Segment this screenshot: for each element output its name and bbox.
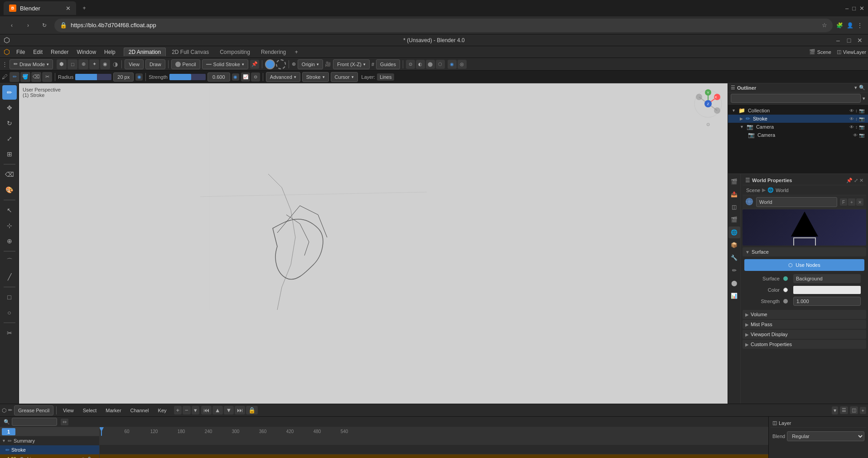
outliner-item-camera-obj[interactable]: 📷 Camera 👁 📷 bbox=[728, 131, 868, 139]
menu-window[interactable]: Window bbox=[73, 48, 100, 56]
draw-mode-dropdown[interactable]: ✏ Draw Mode ▾ bbox=[10, 59, 53, 69]
timeline-mode-3[interactable]: + bbox=[860, 407, 866, 414]
fill-circle[interactable] bbox=[265, 59, 275, 69]
add-workspace-tab[interactable]: + bbox=[292, 48, 301, 57]
prop-tab-gpencil[interactable]: ✏ bbox=[728, 265, 740, 276]
blend-select[interactable]: Regular bbox=[787, 431, 864, 441]
custom-properties-header[interactable]: ▶ Custom Properties bbox=[743, 340, 866, 349]
breadcrumb-world[interactable]: World bbox=[776, 188, 789, 193]
browser-maximize[interactable]: □ bbox=[852, 5, 856, 12]
tool-icon-5[interactable]: ◉ bbox=[100, 59, 110, 69]
menu-edit[interactable]: Edit bbox=[29, 48, 46, 56]
tool-icon-3[interactable]: ⊕ bbox=[78, 59, 88, 69]
outliner-item-stroke[interactable]: ▶ ✏ Stroke 👁 ↕ 📷 bbox=[728, 115, 868, 123]
line-tool[interactable]: ╱ bbox=[2, 270, 17, 284]
breadcrumb-scene[interactable]: Scene bbox=[746, 188, 760, 193]
rotate-tool[interactable]: ↻ bbox=[2, 116, 17, 130]
filter-icon[interactable]: ▾ bbox=[832, 406, 838, 415]
prop-tab-modifier[interactable]: 🔧 bbox=[728, 252, 740, 264]
timeline-ruler-area[interactable]: 60 120 180 240 300 360 420 480 540 bbox=[100, 427, 768, 458]
pencil-active[interactable]: ✏ bbox=[10, 72, 19, 82]
camera-obj-visibility[interactable]: 👁 bbox=[853, 133, 858, 138]
track-lines[interactable]: 1.00 Lines 👁 🔒 ⋯ bbox=[0, 454, 99, 458]
collection-visibility[interactable]: 👁 bbox=[849, 108, 854, 113]
strength-icon-1[interactable]: 📈 bbox=[241, 72, 250, 82]
tint-tool[interactable]: 🎨 bbox=[2, 183, 17, 197]
track-more[interactable]: ⋯ bbox=[93, 457, 97, 458]
timeline-marker[interactable]: Marker bbox=[102, 407, 125, 414]
strength-icon-2[interactable]: ⊖ bbox=[251, 72, 260, 82]
tool-icon-4[interactable]: ✦ bbox=[89, 59, 99, 69]
world-name-input[interactable] bbox=[756, 197, 837, 207]
outliner-filter[interactable]: ▾ bbox=[854, 85, 857, 91]
current-frame[interactable]: 1 bbox=[2, 428, 15, 435]
timeline-mode-1[interactable]: ☰ bbox=[840, 406, 848, 414]
shading-1[interactable]: ⊙ bbox=[406, 60, 415, 69]
front-view-dropdown[interactable]: Front (X-Z) ▾ bbox=[333, 59, 370, 69]
menu-file[interactable]: File bbox=[13, 48, 29, 56]
window-maximize[interactable]: □ bbox=[844, 36, 854, 45]
tool-icon-1[interactable]: ⬢ bbox=[57, 59, 67, 69]
mist-section-header[interactable]: ▶ Mist Pass bbox=[743, 320, 866, 329]
forward-button[interactable]: › bbox=[22, 19, 34, 32]
strength-toggle[interactable]: ◉ bbox=[232, 73, 239, 81]
stroke-dropdown[interactable]: Stroke ▾ bbox=[302, 72, 329, 82]
unlink-world-icon[interactable]: ✕ bbox=[856, 198, 863, 206]
track-stroke[interactable]: ✏ Stroke bbox=[0, 445, 99, 454]
cut-icon[interactable]: ✂ bbox=[42, 72, 52, 82]
prop-tab-data[interactable]: 📊 bbox=[728, 290, 740, 302]
select3-tool[interactable]: ⊕ bbox=[2, 234, 17, 248]
browser-minimize[interactable]: – bbox=[845, 5, 849, 12]
surface-type-value[interactable]: Background bbox=[793, 274, 861, 283]
axis-gizmo[interactable]: X Y Z bbox=[692, 88, 724, 120]
prop-tab-render[interactable]: 🎬 bbox=[728, 176, 740, 188]
strength-value[interactable]: 1.000 bbox=[793, 297, 861, 306]
close-panel-icon[interactable]: ✕ bbox=[859, 178, 863, 183]
overlays-btn[interactable]: ◉ bbox=[448, 60, 457, 69]
menu-help[interactable]: Help bbox=[101, 48, 119, 56]
camera-visibility[interactable]: 👁 bbox=[849, 125, 854, 130]
keyframe-chevron[interactable]: ▾ bbox=[192, 406, 199, 415]
window-minimize[interactable]: – bbox=[834, 36, 843, 45]
prop-tab-material[interactable]: ⬤ bbox=[728, 277, 740, 289]
timeline-mode-2[interactable]: ◫ bbox=[850, 406, 858, 414]
browser-tab[interactable]: B Blender ✕ bbox=[4, 1, 76, 15]
draw-menu[interactable]: Draw bbox=[145, 59, 165, 69]
prev-frame[interactable]: ▲ bbox=[212, 406, 223, 415]
tab-2d-animation[interactable]: 2D Animation bbox=[124, 48, 166, 56]
prop-tab-viewlayer[interactable]: ◫ bbox=[728, 201, 740, 213]
stroke-select[interactable]: ↕ bbox=[855, 116, 858, 121]
track-lock[interactable]: 🔒 bbox=[87, 457, 92, 458]
collection-select[interactable]: ↕ bbox=[855, 108, 858, 113]
advanced-dropdown[interactable]: Advanced ▾ bbox=[266, 72, 300, 82]
camera-render[interactable]: 📷 bbox=[859, 125, 864, 130]
viewport[interactable]: User Perspective (1) Stroke bbox=[19, 83, 728, 404]
shading-4[interactable]: ⬡ bbox=[436, 60, 445, 69]
viewport-display-header[interactable]: ▶ Viewport Display bbox=[743, 330, 866, 339]
guides-button[interactable]: Guides bbox=[376, 59, 400, 69]
radius-progress-bar[interactable] bbox=[75, 74, 111, 80]
collection-render[interactable]: 📷 bbox=[859, 108, 864, 113]
cursor-dropdown[interactable]: Cursor ▾ bbox=[331, 72, 358, 82]
jump-start[interactable]: ⏮ bbox=[201, 406, 212, 415]
blender-menu-icon[interactable]: ⬡ bbox=[2, 48, 12, 56]
menu-render[interactable]: Render bbox=[47, 48, 72, 56]
maximize-panel-icon[interactable]: ⤢ bbox=[854, 178, 858, 183]
pencil-material[interactable]: Pencil bbox=[171, 59, 200, 69]
viewlayer-name[interactable]: ViewLayer bbox=[843, 49, 866, 55]
jump-end[interactable]: ⏭ bbox=[235, 406, 245, 415]
timeline-search-arrow[interactable]: ⇔ bbox=[61, 419, 68, 425]
new-tab-button[interactable]: + bbox=[78, 2, 91, 14]
select2-tool[interactable]: ⊹ bbox=[2, 218, 17, 233]
move-tool[interactable]: ✥ bbox=[2, 101, 17, 115]
volume-section-header[interactable]: ▶ Volume bbox=[743, 310, 866, 319]
curve-tool[interactable]: ⌒ bbox=[2, 254, 17, 269]
track-eye[interactable]: 👁 bbox=[81, 457, 86, 458]
prop-tab-world[interactable]: 🌐 bbox=[728, 227, 740, 238]
timeline-view[interactable]: View bbox=[59, 407, 77, 414]
browser-tab-close[interactable]: ✕ bbox=[66, 5, 71, 12]
outliner-filter-btn[interactable]: ▾ bbox=[863, 96, 865, 101]
prop-tab-object[interactable]: 📦 bbox=[728, 239, 740, 251]
use-nodes-button[interactable]: ⬡ Use Nodes bbox=[744, 259, 864, 271]
prop-tab-output[interactable]: 📤 bbox=[728, 188, 740, 200]
